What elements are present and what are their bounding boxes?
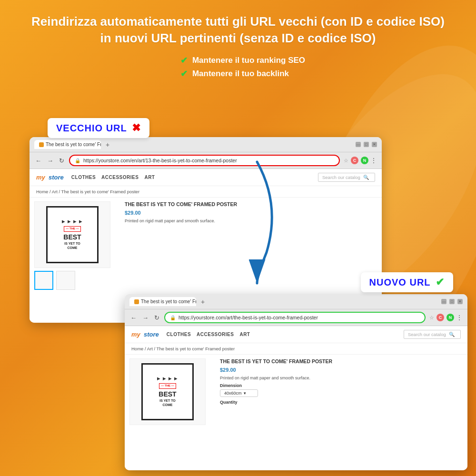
nav-accessories-new[interactable]: ACCESSORIES (197, 332, 234, 337)
product-thumb-2-old[interactable] (56, 271, 75, 290)
back-btn-old[interactable]: ← (34, 157, 42, 164)
win-controls-new: — □ ✕ (441, 299, 463, 304)
vecchio-url-text: VECCHIO URL (56, 123, 127, 133)
store-nav-new: my store CLOTHES ACCESSORIES ART Search … (125, 326, 467, 343)
logo-my-new: my (131, 331, 140, 338)
forward-btn-new[interactable]: → (141, 314, 149, 321)
logo-store-old: store (49, 174, 64, 181)
poster-the-new: — THE — (159, 383, 176, 389)
nuovo-check-icon: ✔ (436, 276, 445, 288)
lock-icon-new: 🔒 (170, 315, 176, 320)
poster-is-yet-new: IS YET TOCOME (159, 398, 176, 407)
product-thumbs-old (34, 271, 120, 290)
refresh-btn-old[interactable]: ↻ (58, 157, 65, 164)
nav-clothes-old[interactable]: CLOTHES (71, 175, 96, 180)
address-bar-row-old: ← → ↻ 🔒 https://yourstore.com/en/art/13-… (30, 152, 382, 169)
product-thumb-1-old[interactable] (34, 271, 53, 290)
address-bar-row-new: ← → ↻ 🔒 https://yourstore.com/art/the-be… (125, 309, 467, 326)
address-bar-new-input[interactable]: 🔒 https://yourstore.com/art/the-best-is-… (164, 312, 426, 323)
forward-btn-old[interactable]: → (46, 157, 54, 164)
nuovo-url-text: NUOVO URL (369, 277, 431, 288)
win-minimize-old[interactable]: — (356, 142, 361, 147)
header-section: Reindirizza automaticamente tutti gli UR… (0, 0, 476, 91)
dimension-arrow-new: ▾ (244, 391, 246, 396)
menu-dots-old[interactable]: ⋮ (371, 157, 377, 164)
dimension-value-new: 40x60cm (224, 391, 242, 396)
win-minimize-new[interactable]: — (441, 299, 446, 304)
poster-is-yet-old: IS YET TOCOME (64, 241, 80, 250)
product-main-img-new: ▶ ▶ ▶ ▶ — THE — BEST IS YET TOCOME (129, 358, 206, 425)
poster-old: ▶ ▶ ▶ ▶ — THE — BEST IS YET TOCOME (46, 206, 99, 263)
breadcrumb-old: Home / Art / The best is yet to come' Fr… (30, 186, 382, 198)
nav-accessories-old[interactable]: ACCESSORIES (101, 175, 139, 180)
product-price-new: $29.00 (220, 367, 463, 373)
check-icon-1: ✔ (180, 55, 188, 66)
nav-art-new[interactable]: ART (239, 332, 250, 337)
browser-old-tab[interactable]: The best is yet to come' Framed ✕ (34, 140, 101, 149)
tab-add-old[interactable]: + (103, 141, 112, 149)
nav-art-old[interactable]: ART (144, 175, 155, 180)
product-details-new: THE BEST IS YET TO COME' FRAMED POSTER $… (220, 358, 463, 470)
profile-c-old[interactable]: C (351, 157, 358, 164)
profile-c-new[interactable]: C (436, 314, 444, 321)
search-icon-old: 🔍 (363, 175, 369, 180)
win-maximize-new[interactable]: □ (449, 299, 455, 304)
url-new: https://yourstore.com/art/the-best-is-ye… (178, 315, 318, 320)
product-images-new: ▶ ▶ ▶ ▶ — THE — BEST IS YET TOCOME (129, 358, 215, 470)
search-placeholder-old: Search our catalog (322, 175, 360, 180)
store-logo-old: my store (36, 174, 64, 181)
vecchio-url-label: VECCHIO URL ✖ (48, 118, 149, 138)
tab-add-new[interactable]: + (198, 298, 208, 306)
address-bar-old-input[interactable]: 🔒 https://yourstore.com/en/art/13-the-be… (69, 155, 340, 166)
browser-new: The best is yet to come' Framed ✕ + — □ … (125, 294, 467, 470)
logo-my-old: my (36, 174, 45, 181)
tab-favicon-old (39, 142, 44, 147)
back-btn-new[interactable]: ← (129, 314, 138, 321)
nav-menu-new: CLOTHES ACCESSORIES ART (167, 332, 250, 337)
check-icon-2: ✔ (180, 69, 188, 79)
vecchio-x-icon: ✖ (132, 122, 141, 134)
profile-n-new[interactable]: N (446, 314, 454, 321)
win-close-new[interactable]: ✕ (457, 299, 463, 304)
menu-dots-new[interactable]: ⋮ (456, 314, 463, 321)
poster-arrows-new: ▶ ▶ ▶ ▶ (157, 377, 178, 381)
logo-store-new: store (144, 331, 159, 338)
browser-actions-new: ☆ C N ⋮ (429, 314, 463, 321)
tab-area-old: The best is yet to come' Framed ✕ + (34, 140, 353, 149)
url-old: https://yourstore.com/en/art/13-the-best… (83, 158, 237, 163)
redirect-arrow (228, 157, 286, 290)
nav-clothes-new[interactable]: CLOTHES (167, 332, 191, 337)
bullet-item-2: ✔ Mantenere il tuo backlink (180, 69, 305, 79)
bullet-list: ✔ Mantenere il tuo ranking SEO ✔ Mantene… (180, 55, 305, 82)
tab-favicon-new (134, 299, 139, 304)
star-icon-new[interactable]: ☆ (429, 315, 434, 321)
star-icon-old[interactable]: ☆ (344, 158, 348, 164)
win-maximize-old[interactable]: □ (364, 142, 369, 147)
main-title: Reindirizza automaticamente tutti gli UR… (29, 13, 447, 47)
store-content-new: my store CLOTHES ACCESSORIES ART Search … (125, 326, 467, 470)
dimension-label-new: Dimension (220, 383, 463, 388)
refresh-btn-new[interactable]: ↻ (153, 314, 160, 321)
nuovo-url-label: NUOVO URL ✔ (361, 272, 453, 292)
tab-title-old: The best is yet to come' Framed (46, 142, 101, 147)
search-icon-new: 🔍 (449, 332, 455, 337)
store-logo-new: my store (131, 331, 159, 338)
browser-new-chrome: The best is yet to come' Framed ✕ + — □ … (125, 294, 467, 309)
poster-new: ▶ ▶ ▶ ▶ — THE — BEST IS YET TOCOME (141, 363, 194, 420)
quantity-label-new: Quantity (220, 400, 463, 405)
search-bar-new[interactable]: Search our catalog 🔍 (404, 330, 461, 339)
browser-old-chrome: The best is yet to come' Framed ✕ + — □ … (30, 137, 382, 152)
store-nav-old: my store CLOTHES ACCESSORIES ART Search … (30, 169, 382, 186)
nav-menu-old: CLOTHES ACCESSORIES ART (71, 175, 155, 180)
poster-the-old: — THE — (64, 226, 80, 232)
search-placeholder-new: Search our catalog (408, 332, 446, 337)
dimension-select-new[interactable]: 40x60cm ▾ (220, 389, 258, 397)
profile-n-old[interactable]: N (361, 157, 368, 164)
search-bar-old[interactable]: Search our catalog 🔍 (318, 173, 375, 182)
poster-arrows-old: ▶ ▶ ▶ ▶ (62, 219, 83, 224)
win-close-old[interactable]: ✕ (372, 142, 377, 147)
browser-new-tab[interactable]: The best is yet to come' Framed ✕ (129, 297, 196, 306)
tab-title-new: The best is yet to come' Framed (141, 299, 196, 304)
poster-best-new: BEST (159, 390, 176, 398)
tab-area-new: The best is yet to come' Framed ✕ + (129, 297, 438, 306)
